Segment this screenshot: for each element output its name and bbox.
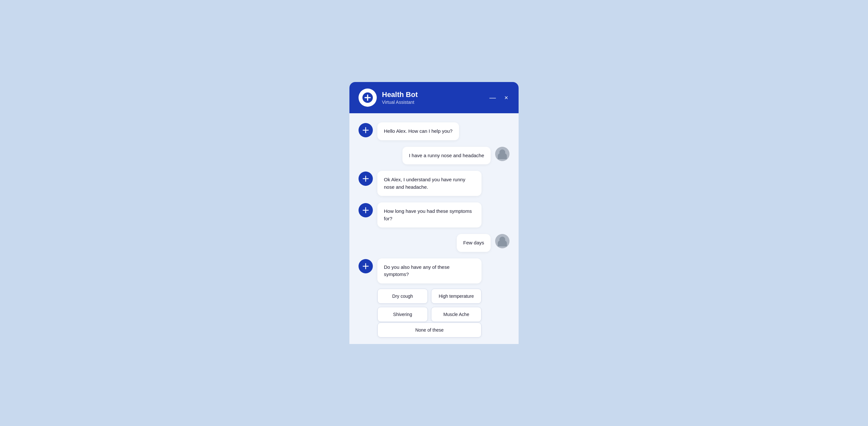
- header-subtitle: Virtual Assistant: [382, 99, 483, 105]
- header-controls: — ×: [488, 93, 509, 102]
- symptoms-grid: Dry cough High temperature Shivering Mus…: [377, 289, 482, 322]
- symptom-shivering[interactable]: Shivering: [377, 307, 428, 322]
- header-title: Health Bot: [382, 90, 483, 99]
- bot-symptoms-row: Do you also have any of these symptoms? …: [349, 258, 519, 337]
- bubble-user1: I have a runny nose and headache: [402, 147, 491, 165]
- close-button[interactable]: ×: [503, 93, 509, 102]
- user-message-1: I have a runny nose and headache: [349, 147, 519, 165]
- symptom-muscle-ache[interactable]: Muscle Ache: [431, 307, 482, 322]
- bot-message-2: Ok Alex, I understand you have runny nos…: [349, 171, 519, 196]
- bubble-user2: Few days: [457, 234, 491, 252]
- user-message-2: Few days: [349, 234, 519, 252]
- bot-message-1: Hello Alex. How can I help you?: [349, 122, 519, 140]
- bot-icon-4: [359, 259, 373, 273]
- bubble-msg3: How long have you had these symptoms for…: [377, 203, 482, 227]
- none-of-these-button[interactable]: None of these: [377, 323, 482, 337]
- bot-icon-3: [359, 203, 373, 217]
- symptom-high-temp[interactable]: High temperature: [431, 289, 482, 304]
- minimize-button[interactable]: —: [488, 93, 497, 102]
- chat-body: Hello Alex. How can I help you? I have a…: [349, 113, 519, 344]
- bot-avatar-icon: [359, 89, 377, 107]
- header-info: Health Bot Virtual Assistant: [382, 90, 483, 105]
- user-avatar-2: [495, 234, 509, 248]
- bubble-msg1: Hello Alex. How can I help you?: [377, 122, 459, 140]
- bot-icon-2: [359, 172, 373, 186]
- bubble-msg2: Ok Alex, I understand you have runny nos…: [377, 171, 482, 196]
- bot-icon-1: [359, 123, 373, 137]
- user-avatar-1: [495, 147, 509, 161]
- symptom-dry-cough[interactable]: Dry cough: [377, 289, 428, 304]
- symptoms-question-bubble: Do you also have any of these symptoms?: [377, 258, 482, 283]
- chat-header: Health Bot Virtual Assistant — ×: [349, 82, 519, 113]
- bot-message-3: How long have you had these symptoms for…: [349, 203, 519, 227]
- chat-window: Health Bot Virtual Assistant — × Hello A…: [349, 82, 519, 344]
